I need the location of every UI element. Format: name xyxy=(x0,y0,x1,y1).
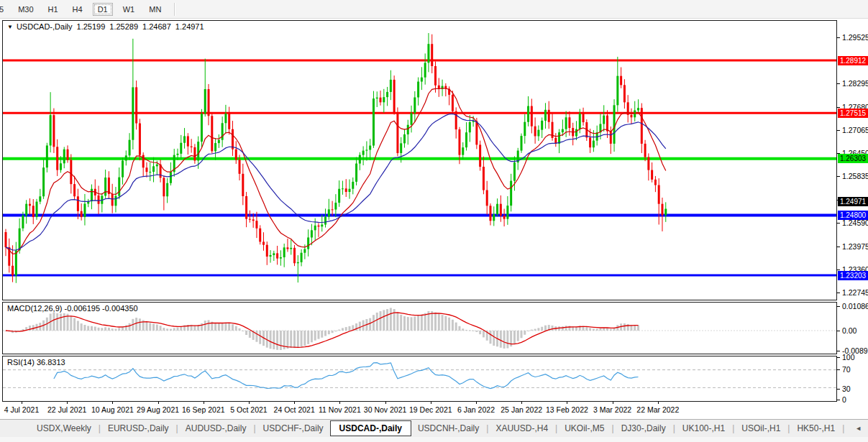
date-tick-mark xyxy=(339,402,340,404)
axis-tick-mark xyxy=(836,389,840,390)
date-tick-mark xyxy=(613,402,613,404)
date-tick-mark xyxy=(521,402,522,404)
price-tick-label: 1.22745 xyxy=(842,288,868,297)
main-chart-pane[interactable]: ▼USDCAD-,Daily1.251991.252891.246871.249… xyxy=(2,20,837,300)
price-tick-label: 1.23975 xyxy=(842,242,868,251)
chart-tab-uk100h1[interactable]: UK100-,H1 xyxy=(676,421,731,436)
price-tick-label: 30 xyxy=(842,385,851,393)
last-price-badge: 1.24971 xyxy=(838,197,868,206)
chart-tab-usdxweekly[interactable]: USDX,Weekly xyxy=(30,421,98,436)
ohlc-close: 1.24971 xyxy=(175,22,204,31)
date-tick-mark xyxy=(204,402,204,404)
date-axis[interactable]: 4 Jul 202122 Jul 202110 Aug 202129 Aug 2… xyxy=(2,402,837,418)
timeframe-button-5[interactable]: 5 xyxy=(0,3,8,16)
axis-tick-mark xyxy=(836,400,840,400)
axis-tick-mark xyxy=(836,176,840,177)
ohlc-high: 1.25289 xyxy=(109,22,138,31)
hline-price-badge: 1.23203 xyxy=(838,271,868,280)
date-tick-mark xyxy=(431,402,431,404)
timeframe-button-mn[interactable]: MN xyxy=(145,3,165,16)
date-tick-mark xyxy=(567,402,567,404)
timeframe-button-d1[interactable]: D1 xyxy=(93,3,113,16)
hline-price-badge: 1.26303 xyxy=(838,154,868,163)
timeframe-button-h4[interactable]: H4 xyxy=(68,3,87,16)
date-tick-mark xyxy=(158,402,159,404)
price-tick-label: 1.29525 xyxy=(842,33,868,42)
axis-tick-mark xyxy=(836,107,840,108)
date-tick-mark xyxy=(476,402,477,404)
axis-tick-mark xyxy=(836,83,840,84)
date-tick-mark xyxy=(658,402,659,404)
chart-tab-hk50h1[interactable]: HK50-,H1 xyxy=(790,421,841,436)
chart-tab-eurusddaily[interactable]: EURUSD-,Daily xyxy=(101,421,175,436)
date-tick-mark xyxy=(294,402,295,404)
axis-tick-mark xyxy=(836,331,840,331)
date-tick-mark xyxy=(385,402,386,404)
price-tick-label: 0.010869 xyxy=(842,302,868,310)
price-tick-label: 1.24590 xyxy=(842,218,868,227)
axis-tick-mark xyxy=(836,247,840,247)
date-tick-mark xyxy=(249,402,250,404)
chart-tab-ukoilm5[interactable]: UKOil-,M5 xyxy=(558,421,611,436)
chart-tab-usdchfdaily[interactable]: USDCHF-,Daily xyxy=(257,421,330,436)
axis-tick-mark xyxy=(836,223,840,224)
toolbar-separator xyxy=(174,3,175,16)
date-tick-label: 22 Mar 2022 xyxy=(626,405,690,414)
date-tick-mark xyxy=(22,402,22,404)
chart-tab-bar: USDX,Weekly|EURUSD-,Daily|AUDUSD-,Daily|… xyxy=(0,419,868,437)
macd-pane[interactable]: MACD(12,26,9) -0.006195 -0.004350 xyxy=(2,302,837,354)
tab-separator: | xyxy=(841,423,845,433)
hline-price-badge: 1.27515 xyxy=(838,109,868,118)
hline-price-badge: 1.28912 xyxy=(838,56,868,65)
rsi-chart-canvas[interactable] xyxy=(3,356,836,401)
price-tick-label: 1.27065 xyxy=(842,126,868,134)
hline-price-badge: 1.24800 xyxy=(838,211,868,220)
ohlc-low: 1.24687 xyxy=(142,22,171,31)
price-tick-label: 1.25835 xyxy=(842,172,868,180)
timeframe-button-w1[interactable]: W1 xyxy=(119,3,140,16)
chart-tab-usdcnhdaily[interactable]: USDCNH-,Daily xyxy=(411,421,485,436)
price-tick-label: 1.28295 xyxy=(842,79,868,88)
chart-tab-usdcaddaily[interactable]: USDCAD-,Daily xyxy=(330,420,411,436)
rsi-label: RSI(14) 36.8313 xyxy=(7,358,65,367)
timeframe-toolbar: 5M30H1H4D1W1MN xyxy=(0,0,868,19)
tab-scroll-controls: ◄► xyxy=(855,425,868,432)
axis-tick-mark xyxy=(836,351,840,351)
ohlc-open: 1.25199 xyxy=(77,22,106,31)
axis-tick-mark xyxy=(836,130,840,131)
macd-label: MACD(12,26,9) -0.006195 -0.004350 xyxy=(7,304,138,313)
rsi-pane[interactable]: RSI(14) 36.8313 xyxy=(2,356,837,402)
axis-tick-mark xyxy=(836,37,840,38)
date-tick-mark xyxy=(67,402,68,404)
price-tick-label: 0 xyxy=(842,395,846,404)
chart-tab-usoilh1[interactable]: USOil-,H1 xyxy=(735,421,787,436)
tab-scroll-left-icon[interactable]: ◄ xyxy=(855,425,862,432)
price-tick-label: 0.00 xyxy=(842,326,856,335)
chart-tab-dj30daily[interactable]: DJ30-,Daily xyxy=(615,421,672,436)
timeframe-button-h1[interactable]: H1 xyxy=(44,3,63,16)
axis-tick-mark xyxy=(836,369,840,370)
collapse-chart-icon[interactable]: ▼ xyxy=(7,24,13,30)
status-strip xyxy=(0,437,868,442)
price-axis[interactable]: 1.295251.282951.276801.270651.264501.258… xyxy=(838,20,868,418)
candlestick-chart-canvas[interactable] xyxy=(3,21,836,300)
date-tick-mark xyxy=(112,402,113,404)
axis-tick-mark xyxy=(836,306,840,307)
timeframe-button-m30[interactable]: M30 xyxy=(14,3,37,16)
axis-tick-mark xyxy=(836,293,840,293)
chart-tab-xauusdh4[interactable]: XAUUSD-,H4 xyxy=(489,421,554,436)
axis-tick-mark xyxy=(836,357,840,358)
chart-symbol-label: USDCAD-,Daily xyxy=(17,22,73,31)
price-tick-label: 70 xyxy=(842,365,851,374)
price-tick-label: 100 xyxy=(842,353,855,362)
chart-tab-audusddaily[interactable]: AUDUSD-,Daily xyxy=(179,421,253,436)
chart-title: ▼USDCAD-,Daily1.251991.252891.246871.249… xyxy=(7,22,204,31)
